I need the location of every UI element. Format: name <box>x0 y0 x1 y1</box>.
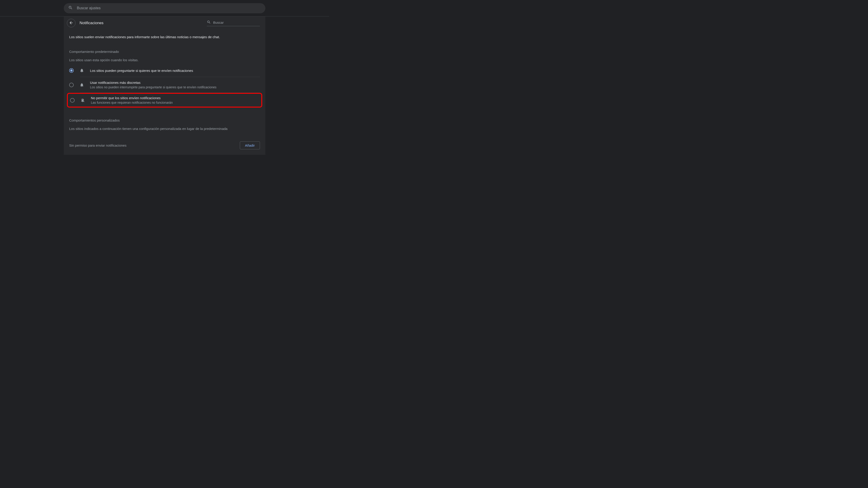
content-area: Notificaciones Los sitios suelen enviar … <box>0 17 329 155</box>
radio-text: Los sitios pueden preguntarte si quieres… <box>90 69 193 72</box>
panel-header: Notificaciones <box>64 17 266 30</box>
top-bar <box>0 0 329 17</box>
radio-group: Los sitios pueden preguntarte si quieres… <box>64 64 266 113</box>
add-site-button[interactable]: Añadir <box>240 141 260 149</box>
global-search-field[interactable] <box>77 6 261 10</box>
settings-panel: Notificaciones Los sitios suelen enviar … <box>64 17 266 155</box>
default-behavior-subtitle: Los sitios usan esta opción cuando los v… <box>64 54 266 64</box>
arrow-left-icon <box>69 21 73 26</box>
custom-behavior-section: Comportamientos personalizados Los sitio… <box>64 113 266 136</box>
radio-option-ask[interactable]: Los sitios pueden preguntarte si quieres… <box>69 64 260 77</box>
radio-label: Usar notificaciones más discretas <box>90 80 217 85</box>
blocked-sites-label: Sin permiso para enviar notificaciones <box>69 143 126 147</box>
radio-option-block[interactable]: No permitir que los sitios envíen notifi… <box>67 93 262 107</box>
radio-label: Los sitios pueden preguntarte si quieres… <box>90 69 193 72</box>
blocked-sites-row: Sin permiso para enviar notificaciones A… <box>64 136 266 155</box>
local-search-input[interactable] <box>207 20 260 26</box>
page-title: Notificaciones <box>80 21 203 25</box>
radio-description: Las funciones que requieran notificacion… <box>91 101 173 104</box>
default-behavior-title: Comportamiento predeterminado <box>64 44 266 54</box>
radio-text: No permitir que los sitios envíen notifi… <box>91 96 173 104</box>
radio-text: Usar notificaciones más discretas Los si… <box>90 80 217 89</box>
radio-indicator <box>69 68 74 73</box>
custom-behavior-description: Los sitios indicados a continuación tien… <box>69 127 260 131</box>
search-icon <box>68 5 73 11</box>
global-search-input[interactable] <box>64 3 266 13</box>
radio-option-quiet[interactable]: Usar notificaciones más discretas Los si… <box>69 77 260 93</box>
radio-indicator <box>70 98 74 103</box>
radio-indicator <box>69 83 74 87</box>
radio-description: Los sitios no pueden interrumpirte para … <box>90 86 217 89</box>
bell-icon <box>79 68 85 73</box>
page-description: Los sitios suelen enviar notificaciones … <box>64 30 266 44</box>
back-button[interactable] <box>67 19 75 27</box>
custom-behavior-title: Comportamientos personalizados <box>69 119 260 122</box>
bell-icon <box>79 82 85 88</box>
radio-label: No permitir que los sitios envíen notifi… <box>91 96 173 100</box>
bell-off-icon <box>80 98 86 103</box>
search-icon <box>207 20 211 25</box>
local-search-field[interactable] <box>213 21 260 24</box>
